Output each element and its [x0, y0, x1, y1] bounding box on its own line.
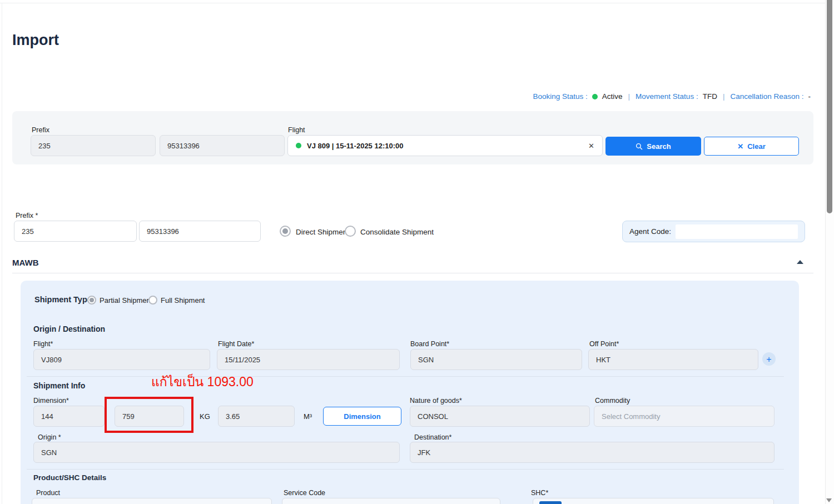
section-divider: [27, 469, 784, 470]
clear-button[interactable]: ✕ Clear: [704, 137, 799, 156]
search-prefix-label: Prefix: [32, 126, 49, 134]
volume-input[interactable]: 3.65: [218, 406, 295, 427]
clear-button-label: Clear: [747, 142, 766, 151]
commodity-label: Commodity: [595, 397, 630, 405]
top-divider: [0, 3, 825, 3]
direct-shipment-label: Direct Shipment: [296, 228, 349, 236]
search-icon: [636, 143, 643, 150]
board-point-input[interactable]: SGN: [410, 349, 582, 370]
destination-input[interactable]: JFK: [410, 442, 775, 463]
agent-code-box: Agent Code:: [622, 221, 805, 242]
search-awb-input[interactable]: 95313396: [160, 135, 285, 156]
mawb-section-header: MAWB: [12, 258, 39, 267]
left-divider: [2, 3, 2, 504]
full-shipment-radio[interactable]: [148, 296, 157, 305]
flight-label: Flight*: [33, 340, 53, 348]
flight-date-label: Flight Date*: [218, 340, 254, 348]
service-code-label: Service Code: [284, 489, 325, 497]
flight-select-value: VJ 809 | 15-11-2025 12:10:00: [307, 142, 404, 150]
commodity-select[interactable]: Select Commodity: [594, 406, 775, 427]
booking-status-value: Active: [602, 92, 623, 101]
search-button[interactable]: Search: [605, 137, 701, 156]
consolidate-shipment-label: Consolidate Shipment: [360, 228, 434, 236]
agent-code-input[interactable]: [676, 224, 798, 239]
scroll-down-arrow-icon[interactable]: [826, 498, 832, 502]
consolidate-shipment-radio[interactable]: [345, 226, 356, 237]
import-page: Import Booking Status : Active | Movemen…: [0, 0, 834, 504]
direct-shipment-radio[interactable]: [280, 226, 291, 237]
awb-number-input[interactable]: 95313396: [139, 221, 261, 242]
product-shc-heading: Product/SHC Details: [33, 473, 106, 482]
destination-label: Destination*: [414, 433, 451, 441]
collapse-caret-icon[interactable]: [797, 260, 803, 264]
booking-status-label: Booking Status :: [533, 92, 587, 101]
board-point-label: Board Point*: [410, 340, 449, 348]
partial-shipment-radio[interactable]: [87, 296, 96, 305]
search-prefix-input[interactable]: 235: [31, 135, 156, 156]
flight-date-input[interactable]: 15/11/2025: [217, 349, 400, 370]
off-point-input[interactable]: HKT: [588, 349, 758, 370]
status-separator: |: [722, 92, 726, 101]
flight-input[interactable]: VJ809: [33, 349, 210, 370]
shc-select[interactable]: [533, 498, 774, 504]
prefix-input[interactable]: 235: [14, 221, 137, 242]
flight-select[interactable]: VJ 809 | 15-11-2025 12:10:00 ✕: [287, 135, 603, 156]
full-shipment-label: Full Shipment: [161, 296, 205, 305]
origin-label: Origin *: [38, 433, 61, 441]
weight-unit-label: KG: [200, 412, 210, 421]
volume-unit-label: M³: [304, 412, 312, 421]
vertical-scrollbar-thumb[interactable]: [827, 0, 832, 213]
movement-status-value: TFD: [703, 92, 717, 101]
shc-label: SHC*: [531, 489, 548, 497]
search-flight-label: Flight: [288, 126, 305, 134]
flight-status-dot-icon: [296, 143, 301, 148]
service-code-select[interactable]: [282, 498, 500, 504]
pieces-input[interactable]: 144: [33, 406, 105, 427]
page-title: Import: [12, 32, 59, 49]
flight-clear-icon[interactable]: ✕: [588, 142, 594, 150]
nature-of-goods-input[interactable]: CONSOL: [410, 406, 590, 427]
status-bar: Booking Status : Active | Movement Statu…: [533, 92, 811, 101]
dimension-label: Dimension*: [33, 397, 69, 405]
edit-annotation-text: แก้ไขเป็น 1093.00: [151, 372, 254, 392]
shipment-type-label: Shipment Type: [34, 295, 92, 304]
dimension-button[interactable]: Dimension: [323, 407, 401, 426]
nature-of-goods-label: Nature of goods*: [410, 397, 462, 405]
clear-x-icon: ✕: [737, 142, 743, 151]
product-select[interactable]: [32, 498, 272, 504]
origin-destination-heading: Origin / Destination: [33, 325, 105, 333]
agent-code-label: Agent Code:: [629, 227, 671, 236]
section-divider: [27, 376, 784, 377]
origin-input[interactable]: SGN: [33, 442, 400, 463]
cancellation-reason-label: Cancellation Reason :: [730, 92, 803, 101]
status-separator: |: [627, 92, 632, 101]
partial-shipment-label: Partial Shipment: [100, 296, 152, 305]
prefix-label: Prefix *: [16, 212, 38, 219]
add-route-button[interactable]: +: [762, 352, 776, 366]
mawb-divider: [12, 273, 813, 273]
product-label: Product: [36, 489, 60, 497]
active-status-dot-icon: [592, 94, 598, 99]
movement-status-label: Movement Status :: [636, 92, 698, 101]
off-point-label: Off Point*: [589, 340, 619, 348]
weight-input[interactable]: 759: [115, 406, 184, 427]
mawb-panel: [21, 281, 799, 504]
search-button-label: Search: [647, 142, 671, 151]
shipment-info-heading: Shipment Info: [33, 381, 85, 390]
cancellation-reason-value: -: [808, 92, 811, 101]
shc-chip[interactable]: [539, 501, 562, 504]
vertical-scrollbar-track[interactable]: [825, 0, 834, 504]
